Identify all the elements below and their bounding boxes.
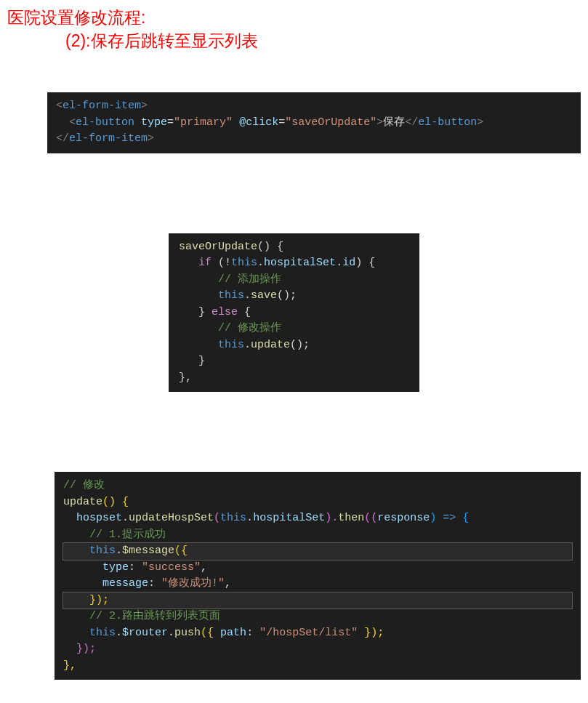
code-text: "/hospSet/list" (259, 627, 358, 639)
code-text: then (338, 512, 364, 524)
heading-line-1: 医院设置修改流程: (0, 6, 588, 29)
code-text: path (220, 627, 246, 639)
code-text: : (129, 561, 142, 574)
code-block-template: <el-form-item> <el-button type="primary"… (47, 92, 581, 153)
code-text: , (225, 577, 231, 590)
code-text: el-form-item (63, 100, 141, 112)
code-text: $message (122, 545, 174, 557)
code-text: "修改成功!" (161, 577, 225, 590)
code-text: . (336, 257, 342, 269)
code-text: 保存 (383, 116, 405, 129)
code-text: update (63, 496, 102, 508)
code-text: update (251, 339, 290, 351)
code-text: }, (179, 371, 192, 384)
code-text: (); (277, 289, 297, 302)
code-text: this (218, 339, 244, 351)
code-text: , (201, 561, 207, 574)
code-text: ) (430, 512, 443, 524)
code-text: this (220, 512, 246, 524)
code-text: this (218, 289, 244, 302)
code-text: = (167, 116, 174, 129)
code-text: ) { (355, 257, 375, 269)
code-text: { (238, 306, 251, 318)
code-text: > (376, 116, 383, 129)
code-text: this (89, 627, 116, 639)
code-text: < (69, 116, 76, 129)
code-text: hospset (76, 512, 122, 524)
code-text: }); (89, 594, 109, 606)
code-text: ). (325, 512, 338, 524)
code-comment: // 修改操作 (218, 322, 281, 334)
heading-line-2: (2):保存后跳转至显示列表 (0, 29, 588, 52)
code-text: updateHospSet (129, 512, 214, 524)
code-text: el-form-item (69, 132, 148, 145)
code-text: "success" (142, 561, 201, 574)
code-text: . (244, 289, 251, 302)
code-text: "primary" (174, 116, 233, 129)
code-text: el-button (76, 116, 134, 129)
code-text: . (246, 512, 253, 524)
code-text: save (251, 289, 277, 302)
code-text: ! (225, 257, 231, 269)
code-text: => (443, 512, 456, 524)
code-text: push (174, 627, 201, 639)
code-text: ({ (201, 627, 220, 639)
code-text: : (246, 627, 259, 639)
code-text: id (342, 257, 355, 269)
code-text: if (198, 257, 212, 269)
code-block-update: // 修改 update() { hospset.updateHospSet(t… (55, 472, 581, 680)
code-text: . (244, 339, 251, 351)
code-text: } (198, 306, 212, 318)
code-text: this (231, 257, 257, 269)
highlighted-line: this.$message({ (63, 543, 572, 560)
code-text: ({ (174, 545, 188, 557)
code-text: (( (364, 512, 377, 524)
code-text: } (198, 355, 205, 367)
code-text: . (168, 627, 174, 639)
code-text: type (141, 116, 167, 129)
code-text: type (102, 561, 129, 574)
code-text: $router (122, 627, 168, 639)
code-text: el-button (418, 116, 477, 129)
code-text: </ (56, 132, 69, 145)
code-text: { (456, 512, 469, 524)
code-comment: // 修改 (63, 479, 105, 491)
code-text: . (122, 512, 129, 524)
code-text: () { (102, 496, 129, 508)
code-text: saveOrUpdate (179, 241, 257, 253)
code-text: "saveOrUpdate" (285, 116, 376, 129)
code-comment: // 1.提示成功 (89, 529, 166, 541)
code-text: </ (405, 116, 418, 129)
code-text: response (377, 512, 430, 524)
code-text: = (278, 116, 285, 129)
code-text: ( (212, 257, 225, 269)
code-text: > (141, 100, 148, 112)
code-text: (); (290, 339, 310, 351)
code-comment: // 添加操作 (218, 273, 281, 286)
code-text: else (212, 306, 238, 318)
code-text: : (148, 577, 161, 590)
code-text: this (89, 545, 116, 557)
code-text: hospitalSet (264, 257, 336, 269)
code-text: () { (257, 241, 283, 253)
code-text: . (116, 627, 122, 639)
code-text: > (477, 116, 483, 129)
code-text: . (116, 545, 122, 557)
code-text: < (56, 100, 63, 112)
code-comment: // 2.路由跳转到列表页面 (89, 610, 220, 622)
code-text: ( (214, 512, 220, 524)
highlighted-line: }); (63, 592, 572, 609)
code-text: message (102, 577, 148, 590)
code-text: }, (63, 659, 76, 672)
code-text: hospitalSet (253, 512, 325, 524)
code-text: @click (239, 116, 278, 129)
code-text: }); (358, 627, 384, 639)
code-block-saveorupdate: saveOrUpdate() { if (!this.hospitalSet.i… (169, 233, 419, 393)
code-text: }); (76, 643, 96, 655)
code-text: > (148, 132, 154, 145)
code-text: . (257, 257, 264, 269)
